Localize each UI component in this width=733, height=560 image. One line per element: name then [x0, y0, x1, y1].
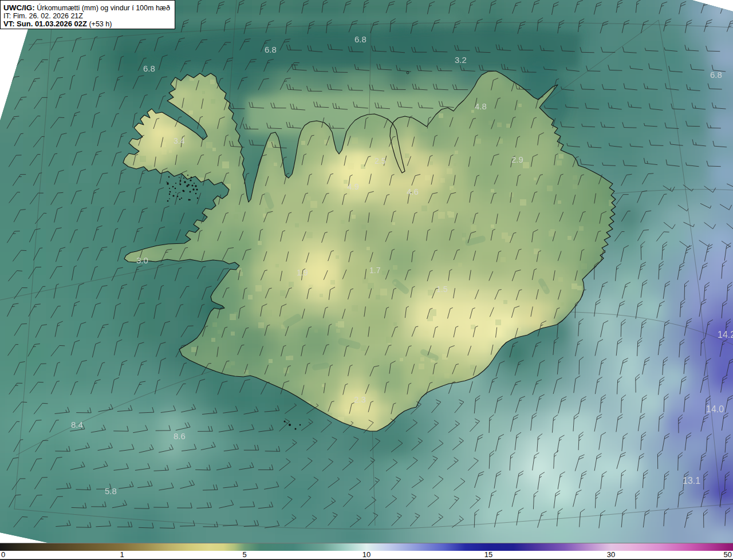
svg-text:4.8: 4.8	[475, 101, 487, 111]
svg-text:15: 15	[484, 550, 492, 559]
svg-text:6.8: 6.8	[710, 70, 722, 80]
svg-text:2.5: 2.5	[375, 156, 386, 165]
svg-text:4.6: 4.6	[407, 187, 419, 196]
svg-text:14.0: 14.0	[706, 404, 724, 414]
svg-text:1.9: 1.9	[297, 268, 308, 277]
svg-text:2.9: 2.9	[511, 155, 523, 164]
svg-text:13.1: 13.1	[683, 476, 700, 486]
svg-text:1.5: 1.5	[436, 285, 448, 294]
svg-text:VT: Sun. 01.03.2026 02Z (+53 h: VT: Sun. 01.03.2026 02Z (+53 h)	[3, 19, 112, 28]
svg-text:3.4: 3.4	[174, 136, 185, 145]
svg-text:2.3: 2.3	[354, 395, 366, 404]
svg-text:8.6: 8.6	[174, 431, 186, 441]
svg-text:IT: Fim. 26. 02. 2026 21Z: IT: Fim. 26. 02. 2026 21Z	[3, 12, 83, 20]
svg-text:0: 0	[1, 550, 5, 559]
svg-text:5.8: 5.8	[105, 486, 117, 496]
svg-text:3.2: 3.2	[455, 55, 467, 65]
svg-text:1: 1	[120, 550, 124, 559]
svg-text:6.8: 6.8	[143, 64, 155, 73]
svg-text:8.4: 8.4	[71, 420, 83, 429]
svg-text:5: 5	[242, 550, 246, 559]
svg-text:6.8: 6.8	[265, 45, 277, 54]
svg-text:30: 30	[607, 550, 615, 559]
svg-text:14.2: 14.2	[718, 330, 733, 340]
svg-text:4.9: 4.9	[347, 182, 359, 191]
svg-text:6.8: 6.8	[354, 34, 366, 44]
svg-text:3.0: 3.0	[136, 255, 148, 265]
svg-text:10: 10	[362, 550, 371, 559]
svg-text:50: 50	[724, 550, 732, 559]
svg-text:1.7: 1.7	[369, 266, 381, 275]
svg-text:UWC/IG: Úrkomumætti (mm) og vi: UWC/IG: Úrkomumætti (mm) og vindur í 100…	[3, 3, 170, 12]
